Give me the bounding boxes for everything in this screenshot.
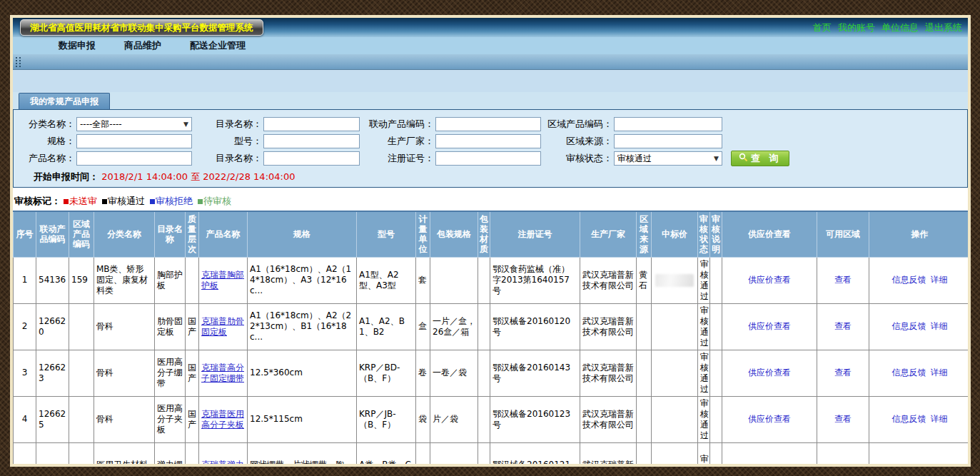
cell-price [652,257,698,303]
chevron-down-icon: ▼ [183,121,188,128]
cell-ops: 信息反馈详细 [869,396,969,442]
cell-quality: 国产 [186,303,199,350]
col-audit_note: 审核说明 [710,211,722,257]
link-supply-price-view[interactable]: 供应价查看 [748,275,791,285]
linkage-product-code-input[interactable] [435,117,541,131]
menu-product-maintenance[interactable]: 商品维护 [124,39,161,52]
cell-manufacturer: 武汉克瑞普新技术有限公司 [580,350,637,396]
link-product-name[interactable]: 克瑞普医用高分子夹板 [201,409,244,430]
cell-unit: 卷 [416,350,430,396]
link-view-available-region[interactable]: 查看 [834,321,852,331]
cell-audit_note [710,303,722,350]
legend-item-text: 未送审 [69,196,97,206]
cell-catalog: 弹力绷 [155,442,186,464]
cell-category: MB类、矫形固定、康复材料类 [94,257,155,303]
col-linkage_code: 联动产品编码 [36,211,69,257]
legend-item-2: 审核通过 [102,196,145,206]
cell-audit_status: 审核 [698,442,710,464]
link-product-name[interactable]: 克瑞普胸部护板 [201,270,244,290]
link-detail[interactable]: 详细 [931,368,948,378]
link-product-name[interactable]: 克瑞普肋骨固定板 [201,316,244,337]
cell-pkg_spec: 一卷／袋 [430,350,478,396]
catalog-name-input[interactable] [263,117,360,131]
top-link-logout[interactable]: 退出系统 [925,22,962,33]
cell-pkg_material [478,303,490,350]
link-product-name[interactable]: 克瑞普高分子固定绷带 [201,363,244,383]
cell-region_source [637,303,652,350]
cell-region_code: 159 [69,257,94,303]
cell-supply_price: 供应价查看 [722,396,817,442]
legend-square-icon [102,199,107,204]
category-select[interactable]: ----全部----▼ [76,117,192,131]
table-row: 4126625骨科医用高分子夹板国产克瑞普医用高分子夹板12.5*115cmKR… [14,396,969,442]
table-row: 医用卫生材料弹力绷克瑞普弹力网状绷带、片状绷带、胸A类、B类、C鄂汉械备2016… [14,442,969,464]
link-detail[interactable]: 详细 [931,275,948,285]
link-supply-price-view[interactable]: 供应价查看 [748,368,791,378]
top-link-unit-info[interactable]: 单位信息 [882,22,919,33]
model-input[interactable] [263,134,360,148]
link-info-feedback[interactable]: 信息反馈 [892,275,926,285]
registration-no-input-label: 注册证号： [360,152,434,165]
top-link-my-account[interactable]: 我的账号 [838,22,875,33]
table-row: 3126623骨科医用高分子绷带国产克瑞普高分子固定绷带12.5*360cmKR… [14,350,969,396]
cell-avail_region: 查看 [817,257,869,303]
declaration-period-row: 开始申报时间： 2018/2/1 14:04:00 至 2022/2/28 14… [34,171,967,183]
cell-region_code [69,303,94,350]
search-button[interactable]: 查 询 [731,151,789,166]
cell-avail_region: 查看 [817,350,869,396]
link-info-feedback[interactable]: 信息反馈 [892,414,926,424]
cell-catalog: 医用高分子夹板 [155,396,186,442]
cell-product: 克瑞普高分子固定绷带 [199,350,248,396]
link-supply-price-view[interactable]: 供应价查看 [748,414,791,424]
cell-category: 骨科 [94,350,155,396]
col-price: 中标价 [652,211,698,257]
col-supply_price: 供应价查看 [722,211,817,257]
toolbar-strip [13,54,968,70]
product-name-input[interactable] [76,151,192,166]
cell-price [652,350,698,396]
cell-audit_note [710,396,722,442]
cell-pkg_material [478,350,490,396]
audit-status-select[interactable]: 审核通过▼ [614,151,722,166]
cell-ops [869,442,969,464]
col-spec: 规格 [248,211,357,257]
tab-my-regular-product-declaration[interactable]: 我的常规产品申报 [19,93,110,109]
link-view-available-region[interactable]: 查看 [834,275,852,285]
link-detail[interactable]: 详细 [931,321,948,331]
link-info-feedback[interactable]: 信息反馈 [892,368,926,378]
region-source-input[interactable] [614,134,722,148]
products-table-header: 序号联动产品编码区域产品编码分类名称目录名称质量层次产品名称规格型号计量单位包装… [14,211,969,257]
search-button-label: 查 询 [751,152,782,165]
col-region_source: 区域来源 [637,211,652,257]
menu-distribution-enterprise-management[interactable]: 配送企业管理 [190,39,246,52]
cell-ops: 信息反馈详细 [869,257,969,303]
link-supply-price-view[interactable]: 供应价查看 [748,321,791,331]
cell-pkg_spec: 片／袋 [430,396,478,442]
cell-region_code [69,396,94,442]
menu-data-declaration[interactable]: 数据申报 [59,39,96,52]
link-detail[interactable]: 详细 [931,414,948,424]
catalog-name-input-2[interactable] [263,151,360,166]
link-info-feedback[interactable]: 信息反馈 [892,321,926,331]
link-view-available-region[interactable]: 查看 [834,368,852,378]
cell-seq: 3 [14,350,36,396]
audit-status-select-value: 审核通过 [617,153,652,165]
legend-square-icon [150,199,155,204]
link-product-name[interactable]: 克瑞普弹力 [201,460,244,465]
cell-manufacturer: 武汉克瑞普新技术有限公司 [580,303,637,350]
link-view-available-region[interactable]: 查看 [834,414,852,424]
cell-linkage_code: 54136 [36,257,69,303]
spec-input[interactable] [76,134,192,148]
cell-catalog: 肋骨固定板 [155,303,186,350]
manufacturer-input[interactable] [435,134,541,148]
region-product-code-input[interactable] [614,117,722,131]
legend-item-1: 未送审 [64,196,97,206]
drag-handle-icon [16,57,21,67]
col-unit: 计量单位 [416,211,430,257]
legend-square-icon [64,199,69,204]
spec-input-label: 规格： [14,135,75,148]
top-link-home[interactable]: 首页 [813,22,832,33]
filter-row: 规格：型号：生产厂家：区域来源： [14,134,967,148]
registration-no-input[interactable] [435,151,541,166]
cell-linkage_code: 126623 [36,350,69,396]
